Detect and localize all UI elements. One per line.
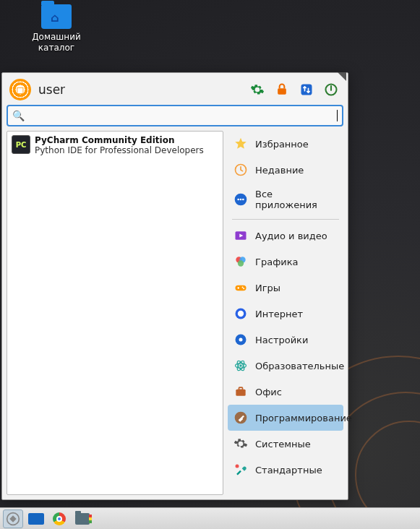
svg-point-11 — [238, 260, 244, 266]
search-input[interactable] — [29, 111, 337, 121]
hammer-icon — [233, 410, 248, 425]
category-label: Интернет — [255, 309, 303, 319]
switch-user-button[interactable] — [297, 80, 316, 99]
dots-icon — [233, 192, 248, 207]
category-office[interactable]: Офис — [228, 379, 343, 405]
category-label: Офис — [255, 387, 282, 397]
svg-rect-1 — [301, 85, 312, 95]
files-icon — [75, 513, 90, 525]
star-icon — [233, 137, 248, 151]
taskbar-show-desktop[interactable] — [26, 509, 46, 528]
taskbar-menu-button[interactable] — [3, 509, 23, 528]
category-sys[interactable]: Системные — [228, 431, 343, 457]
lock-icon — [275, 82, 289, 97]
username-label: user — [38, 82, 65, 97]
search-box[interactable]: 🔍 — [7, 105, 343, 126]
logout-button[interactable] — [322, 80, 340, 99]
category-label: Недавние — [255, 165, 304, 176]
logout-icon — [324, 82, 338, 97]
desktop-icon — [28, 513, 44, 525]
category-all[interactable]: Все приложения — [228, 183, 343, 216]
category-label: Аудио и видео — [255, 231, 327, 241]
app-icon: PC — [12, 135, 30, 154]
play-icon — [233, 228, 248, 243]
category-list: ИзбранноеНедавниеВсе приложенияАудио и в… — [228, 131, 343, 495]
settings-button[interactable] — [248, 80, 267, 99]
taskbar-files[interactable] — [72, 509, 93, 528]
swap-icon — [299, 82, 314, 97]
category-label: Образовательные — [255, 361, 344, 371]
svg-point-13 — [242, 287, 244, 288]
cog-icon — [233, 332, 248, 347]
app-description: Python IDE for Professional Developers — [35, 145, 204, 155]
category-label: Стандартные — [255, 465, 322, 476]
category-av[interactable]: Аудио и видео — [228, 223, 343, 249]
distro-icon: ◻ — [9, 79, 31, 100]
taskbar — [0, 507, 420, 529]
svg-point-26 — [236, 465, 239, 468]
category-label: Программирование — [255, 413, 352, 423]
tools-icon — [233, 463, 248, 477]
category-label: Избранное — [255, 139, 309, 150]
category-label: Настройки — [255, 335, 308, 345]
clock-icon — [233, 163, 248, 177]
category-dev[interactable]: Программирование — [228, 405, 343, 431]
svg-point-19 — [239, 364, 241, 366]
category-label: Игры — [255, 283, 280, 293]
application-menu: ◻ user 🔍 PCPyCharm Communi — [1, 72, 348, 500]
app-item-pycharm[interactable]: PCPyCharm Community EditionPython IDE fo… — [7, 132, 223, 159]
gamepad-icon — [233, 280, 248, 295]
svg-rect-0 — [278, 88, 286, 94]
lock-button[interactable] — [273, 80, 291, 99]
category-net[interactable]: Интернет — [228, 301, 343, 327]
svg-rect-12 — [236, 285, 247, 291]
category-pref[interactable]: Настройки — [228, 327, 343, 353]
category-gfx[interactable]: Графика — [228, 249, 343, 275]
search-row: 🔍 — [2, 105, 348, 131]
category-std[interactable]: Стандартные — [228, 457, 343, 483]
svg-point-16 — [238, 311, 244, 317]
menu-icon — [6, 512, 20, 526]
globe-icon — [233, 306, 248, 321]
svg-point-7 — [242, 199, 244, 201]
category-label: Системные — [255, 439, 311, 450]
gear-icon — [250, 82, 265, 97]
svg-point-14 — [243, 288, 244, 289]
svg-point-6 — [240, 199, 242, 201]
category-games[interactable]: Игры — [228, 275, 343, 301]
svg-point-5 — [237, 199, 239, 201]
app-title: PyCharm Community Edition — [35, 135, 204, 145]
desktop-icon-label: Домашний каталог — [22, 32, 91, 53]
palette-icon — [233, 254, 248, 269]
category-label: Все приложения — [255, 189, 338, 210]
search-icon: 🔍 — [12, 110, 25, 121]
application-list[interactable]: PCPyCharm Community EditionPython IDE fo… — [7, 131, 223, 495]
category-separator — [232, 219, 339, 220]
category-label: Графика — [255, 257, 299, 267]
chrome-icon — [53, 512, 66, 525]
desktop-icon-home[interactable]: ⌂ Домашний каталог — [22, 4, 91, 53]
category-recent[interactable]: Недавние — [228, 157, 343, 183]
svg-rect-24 — [239, 387, 243, 390]
folder-icon: ⌂ — [41, 4, 72, 29]
atom-icon — [233, 358, 248, 373]
taskbar-browser[interactable] — [49, 509, 69, 528]
desktop: ⌂ Домашний каталог ◻ user 🔍 — [0, 0, 420, 529]
menu-pointer — [338, 72, 346, 81]
briefcase-icon — [233, 384, 248, 399]
category-fav[interactable]: Избранное — [228, 131, 343, 157]
menu-header: ◻ user — [2, 73, 348, 105]
gear-icon — [233, 436, 248, 451]
text-caret — [337, 110, 338, 121]
svg-rect-28 — [9, 515, 16, 522]
category-edu[interactable]: Образовательные — [228, 353, 343, 379]
svg-point-18 — [239, 338, 243, 342]
